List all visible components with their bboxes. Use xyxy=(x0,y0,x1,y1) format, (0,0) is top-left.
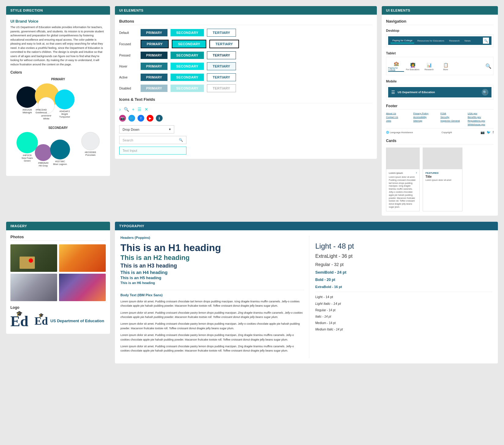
btn-label-hover: Hover xyxy=(119,65,138,68)
btn-tertiary-pressed[interactable]: TERTIARY xyxy=(207,51,236,59)
social-icons-row: 📷 🐦 f ▶ ℹ xyxy=(119,115,373,122)
btn-secondary-focused[interactable]: SECONDARY xyxy=(172,40,206,48)
mobile-nav: ☰ US Department of Education 🔍 xyxy=(386,85,494,100)
twitter-icon[interactable]: 🐦 xyxy=(128,115,135,122)
facebook-icon[interactable]: f xyxy=(138,115,144,122)
nav-tab-news[interactable]: News xyxy=(463,38,473,43)
footer-link-regulations[interactable]: Regulations.gov xyxy=(468,119,494,122)
nav-search-btn[interactable]: 🔍 xyxy=(483,38,489,44)
dropdown-mock[interactable]: Drop Down ▾ xyxy=(119,125,174,133)
icons-text-title: Icons & Text Fields xyxy=(119,97,373,103)
btn-row-hover: Hover PRIMARY SECONDARY TERTIARY xyxy=(119,62,373,70)
search-icon: 🔍 xyxy=(179,138,183,142)
h5-sample: This is an H5 heading xyxy=(120,275,304,281)
icons-row: › 🔍 + ☰ ✕ xyxy=(119,107,373,112)
nav-tab-research[interactable]: Research xyxy=(447,38,461,43)
desktop-nav: Paying for College Resources for Educato… xyxy=(386,34,494,47)
footer-link-jobs[interactable]: Jobs xyxy=(386,119,412,122)
nav-tab-paying[interactable]: Paying for College xyxy=(391,38,414,43)
tablet-nav-item-research[interactable]: 📊 Research xyxy=(421,62,437,71)
btn-primary-active[interactable]: PRIMARY xyxy=(141,74,167,81)
btn-primary-default[interactable]: PRIMARY xyxy=(141,29,167,36)
weight-semibold: SemiBold - 24 pt xyxy=(315,270,493,275)
educators-icon: 👩‍🏫 xyxy=(408,62,417,68)
body-text-2: Lorem ipsum dolor sit amet. Pudding croi… xyxy=(120,311,304,319)
text-input-mock[interactable]: Text Input xyxy=(119,147,186,155)
instagram-icon[interactable]: 📷 xyxy=(119,115,126,122)
card-featured[interactable]: FEATURED Title Lorem ipsum dolor sit ame… xyxy=(423,148,462,211)
footer-link-accessibility[interactable]: Accessibility xyxy=(413,116,439,119)
body-subtitle: Body Text (IBM Plex Sans) xyxy=(120,293,304,297)
imagery-panel: IMAGERY Photos xyxy=(6,222,110,334)
footer-link-privacy[interactable]: Privacy Policy xyxy=(413,112,439,115)
btn-secondary-hover[interactable]: SECONDARY xyxy=(171,63,204,70)
hamburger-icon[interactable]: ☰ xyxy=(391,90,395,95)
h3-sample: This is an H3 heading xyxy=(120,262,304,269)
colorbooks-image xyxy=(59,274,106,301)
footer-link-inspector[interactable]: Inspector General xyxy=(440,119,466,122)
tablet-nav: 🏫 Paying for College 👩‍🏫 For Educators 📊… xyxy=(386,57,494,75)
tablet-nav-icons: 🏫 Paying for College 👩‍🏫 For Educators 📊… xyxy=(388,59,491,73)
menu-icon: ☰ xyxy=(138,107,142,112)
footer-facebook-icon[interactable]: f xyxy=(493,130,494,134)
btn-tertiary-focused[interactable]: TERTIARY xyxy=(209,40,239,48)
footer-link-foia[interactable]: FOIA xyxy=(440,112,466,115)
footer-section: Footer About Us Contact Us Jobs Privacy … xyxy=(386,104,494,134)
typography-panel: TYPOGRAPHY Headers (Poppins) This is an … xyxy=(115,222,498,363)
featured-title: Title xyxy=(425,175,460,178)
search-input-mock[interactable]: Search 🔍 xyxy=(119,136,186,144)
btn-secondary-pressed[interactable]: SECONDARY xyxy=(171,52,204,59)
footer-link-benefits[interactable]: Benefits.gov xyxy=(468,116,494,119)
ui-elements-buttons-title: UI ELEMENTS xyxy=(119,9,143,12)
footer-link-about[interactable]: About Us xyxy=(386,112,412,115)
footer-col-1: About Us Contact Us Jobs xyxy=(386,112,412,126)
tablet-search-btn[interactable]: 🔍 xyxy=(485,63,491,69)
brand-voice-title: UI Brand Voice xyxy=(10,19,106,24)
photos-grid xyxy=(10,244,106,301)
btn-primary-hover[interactable]: PRIMARY xyxy=(141,63,167,70)
buttons-section-title: Buttons xyxy=(119,19,373,25)
btn-secondary-active[interactable]: SECONDARY xyxy=(171,74,204,81)
btn-primary-pressed[interactable]: PRIMARY xyxy=(141,52,167,59)
btn-secondary-default[interactable]: SECONDARY xyxy=(171,29,204,36)
footer-link-contact[interactable]: Contact Us xyxy=(386,116,412,119)
tablet-nav-item-more[interactable]: 📋 More xyxy=(438,62,454,71)
mobile-search-btn[interactable]: 🔍 xyxy=(482,89,488,96)
btn-tertiary-hover[interactable]: TERTIARY xyxy=(207,62,236,70)
secondary-colors-section: SECONDARY #4F2C6 Sea Foam Green #ECEDE xyxy=(10,126,106,162)
btn-tertiary-default[interactable]: TERTIARY xyxy=(207,29,236,37)
card-text: Lorem ipsum xyxy=(389,172,403,174)
featured-content: FEATURED Title Lorem ipsum dolor sit ame… xyxy=(423,169,462,184)
icons-text-section: Icons & Text Fields › 🔍 + ☰ ✕ 📷 🐦 xyxy=(119,97,373,155)
weight-bold: Bold - 20 pt xyxy=(315,278,493,282)
tablet-nav-item-educators[interactable]: 👩‍🏫 For Educators xyxy=(405,62,421,71)
btn-tertiary-active[interactable]: TERTIARY xyxy=(207,73,236,81)
top-row: STYLE DIRECTION UI Brand Voice The US De… xyxy=(6,6,498,216)
footer-twitter-icon[interactable]: 🐦 xyxy=(487,130,491,134)
btn-row-active: Active PRIMARY SECONDARY TERTIARY xyxy=(119,73,373,81)
typography-title: TYPOGRAPHY xyxy=(119,224,144,228)
weight-light: Light - 48 pt xyxy=(315,242,493,250)
info-icon[interactable]: ℹ xyxy=(156,115,163,122)
typography-two-col: Headers (Poppins) This is an H1 heading … xyxy=(120,236,492,358)
logo-section-title: Logo xyxy=(10,305,106,310)
btn-secondary-disabled: SECONDARY xyxy=(171,85,204,92)
btn-primary-focused[interactable]: PRIMARY xyxy=(141,40,169,48)
footer-title: Footer xyxy=(386,104,494,110)
footer-link-usa[interactable]: USA.gov xyxy=(468,112,494,115)
photo-colorbooks xyxy=(59,274,106,301)
featured-label: FEATURED xyxy=(425,172,460,174)
card-basic[interactable]: Lorem ipsum › Lorem ipsum dolor sit amet… xyxy=(386,148,420,211)
footer-link-whitehouse[interactable]: Whitehouse.gov xyxy=(468,123,494,126)
body-text-5: Lorem ipsum dolor sit amet. Pudding croi… xyxy=(120,344,304,353)
btn-label-default: Default xyxy=(119,31,138,35)
btn-tertiary-disabled: TERTIARY xyxy=(207,84,236,92)
youtube-icon[interactable]: ▶ xyxy=(147,115,153,122)
footer-link-sitemap[interactable]: Sitemap xyxy=(413,119,439,122)
footer-link-security[interactable]: Security xyxy=(440,116,466,119)
research-icon: 📊 xyxy=(425,62,433,68)
tablet-nav-item-paying[interactable]: 🏫 Paying for College xyxy=(388,60,404,72)
secondary-label: SECONDARY xyxy=(10,126,106,129)
nav-tab-resources[interactable]: Resources for Educators xyxy=(415,38,446,43)
footer-instagram-icon[interactable]: 📷 xyxy=(480,130,485,134)
